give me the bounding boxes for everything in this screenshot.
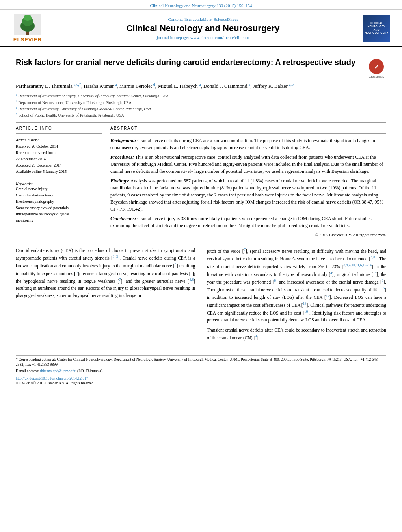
abstract-background: Background: Cranial nerve deficits durin… xyxy=(110,137,386,151)
main-content: Risk factors for cranial nerve deficits … xyxy=(0,47,402,392)
ref-8c: 8 xyxy=(382,278,384,282)
ref-16: 16 xyxy=(381,286,385,290)
abstract-findings: Findings: Analysis was performed on 587 … xyxy=(110,177,386,213)
journal-header-center: Contents lists available at ScienceDirec… xyxy=(47,17,359,40)
ref-7: 7 xyxy=(119,278,121,282)
conclusions-label: Conclusions: xyxy=(110,216,136,221)
authors-line: Parthasarathy D. Thirumala a,c,*, Harsha… xyxy=(16,82,386,89)
email-label: E-mail address: xyxy=(16,369,39,373)
ref-7b: 7 xyxy=(244,248,246,252)
ref-4c: 4 xyxy=(330,271,332,275)
article-info-column: ARTICLE INFO Article history: Received 2… xyxy=(16,126,102,239)
body-left-col: Carotid endarterectomy (CEA) is the proc… xyxy=(16,247,195,345)
top-bar: Clinical Neurology and Neurosurgery 130 … xyxy=(0,0,402,10)
procedures-label: Procedures: xyxy=(110,154,134,160)
homepage-line: journal homepage: www.elsevier.com/locat… xyxy=(47,35,359,40)
contents-available-line: Contents lists available at ScienceDirec… xyxy=(47,17,359,22)
keyword-3: Electroencephalography xyxy=(16,198,102,205)
sciencedirect-link[interactable]: ScienceDirect xyxy=(214,17,238,22)
ref-15: 15 xyxy=(373,271,376,275)
affiliation-c: c Department of Neurology, University of… xyxy=(16,106,386,112)
abstract-column: ABSTRACT Background: Cranial nerve defic… xyxy=(110,126,386,239)
body-right-para-2: Transient cranial nerve deficits after C… xyxy=(207,327,386,341)
article-history: Article history: Received 20 October 201… xyxy=(16,137,102,175)
crossmark-label: CrossMark xyxy=(369,75,384,78)
issn-line: 0303-8467/© 2015 Elsevier B.V. All right… xyxy=(16,381,386,385)
doi-url: http://dx.doi.org/10.1016/j.clineuro.201… xyxy=(16,376,386,380)
revised-label: Received in revised form xyxy=(16,150,102,156)
article-title: Risk factors for cranial nerve deficits … xyxy=(16,57,363,67)
elsevier-logo: ELSEVIER xyxy=(8,14,47,43)
body-left-para: Carotid endarterectomy (CEA) is the proc… xyxy=(16,247,195,299)
contents-text: Contents lists available at xyxy=(168,17,212,22)
divider-info xyxy=(16,133,102,134)
divider-kw xyxy=(16,178,102,178)
keywords-label: Keywords: xyxy=(16,182,102,186)
elsevier-tree-image xyxy=(14,14,41,35)
history-label: Article history: xyxy=(16,137,102,143)
background-label: Background: xyxy=(110,138,136,143)
keyword-2: Carotid endarterectomy xyxy=(16,192,102,198)
journal-logo-box: CLINICAL NEUROLOGY AND NEUROSURGERY xyxy=(363,15,390,42)
homepage-url[interactable]: www.elsevier.com/locate/clineuro xyxy=(190,35,249,40)
divider-abstract xyxy=(110,133,386,134)
tree-svg xyxy=(14,14,41,35)
doi-link[interactable]: http://dx.doi.org/10.1016/j.clineuro.201… xyxy=(16,376,88,380)
ref-4-8: 4,8 xyxy=(189,278,194,282)
keyword-4: Somatosensory evoked potentials xyxy=(16,205,102,211)
ref-multi: 8,9,4,10,11,6,12–14 xyxy=(343,263,372,267)
body-right-col: pitch of the voice [7], spinal accessory… xyxy=(207,247,386,345)
email-link[interactable]: thirumalapd@upmc.edu xyxy=(40,369,76,373)
ref-18b: 18 xyxy=(304,310,308,313)
crossmark-container: ✓ CrossMark xyxy=(367,59,386,78)
keyword-1: Cranial nerve injury xyxy=(16,186,102,192)
accepted-date: Accepted 29 December 2014 xyxy=(16,162,102,169)
divider-footnote xyxy=(16,351,386,351)
keyword-5: Intraoperative neurophysiologicalmonitor… xyxy=(16,211,102,224)
svg-point-4 xyxy=(24,15,32,21)
available-date: Available online 5 January 2015 xyxy=(16,169,102,175)
email-footnote: E-mail address: thirumalapd@upmc.edu (P.… xyxy=(16,369,386,374)
affiliations: a Department of Neurological Surgery, Un… xyxy=(16,93,386,118)
affiliation-a: a Department of Neurological Surgery, Un… xyxy=(16,93,386,99)
divider-1 xyxy=(16,122,386,123)
email-suffix: (P.D. Thirumala). xyxy=(77,369,103,373)
abstract-heading: ABSTRACT xyxy=(110,126,386,130)
conclusions-text: Cranial nerve injury is 38 times more li… xyxy=(110,216,372,228)
journal-logo-right: CLINICAL NEUROLOGY AND NEUROSURGERY xyxy=(359,15,394,42)
copyright-notice: © 2015 Elsevier B.V. All rights reserved… xyxy=(110,232,386,237)
findings-label: Findings: xyxy=(110,178,130,184)
ref-1-3: 1–3 xyxy=(113,254,118,258)
background-text: Cranial nerve deficits during CEA are a … xyxy=(110,138,375,150)
journal-title: Clinical Neurology and Neurosurgery xyxy=(47,23,359,33)
abstract-procedures: Procedures: This is an observational ret… xyxy=(110,154,386,175)
doi-section: http://dx.doi.org/10.1016/j.clineuro.201… xyxy=(16,376,386,385)
article-title-section: Risk factors for cranial nerve deficits … xyxy=(16,53,386,78)
article-info-heading: ARTICLE INFO xyxy=(16,126,102,130)
ref-4d: 4 xyxy=(255,334,257,338)
corresponding-footnote: * Corresponding author at: Center for Cl… xyxy=(16,357,386,368)
tongue-text: tongue xyxy=(84,279,96,284)
findings-text: Analysis was performed on 587 patients, … xyxy=(110,178,383,212)
crossmark-icon: ✓ xyxy=(369,59,384,74)
journal-reference: Clinical Neurology and Neurosurgery 130 … xyxy=(150,3,252,8)
pathways-text: pathways xyxy=(326,303,343,308)
abstract-text: Background: Cranial nerve deficits durin… xyxy=(110,137,386,229)
affiliation-d: d School of Public Health, University of… xyxy=(16,112,386,118)
ref-5: 5 xyxy=(76,270,78,274)
received-1: Received 20 October 2014 xyxy=(16,143,102,150)
keywords-list: Cranial nerve injury Carotid endarterect… xyxy=(16,186,102,224)
body-right-para-1: pitch of the voice [7], spinal accessory… xyxy=(207,247,386,324)
procedures-text: This is an observational retrospective c… xyxy=(110,154,383,174)
ref-18: 18 xyxy=(303,302,307,306)
footnote-section: * Corresponding author at: Center for Cl… xyxy=(16,355,386,374)
abstract-conclusions: Conclusions: Cranial nerve injury is 38 … xyxy=(110,215,386,229)
keywords-section: Keywords: Cranial nerve injury Carotid e… xyxy=(16,182,102,224)
authors-text: Parthasarathy D. Thirumala a,c,*, Harsha… xyxy=(16,83,294,89)
journal-logo-text: CLINICAL NEUROLOGY AND NEUROSURGERY xyxy=(365,22,388,35)
ref-8b: 8 xyxy=(274,278,276,282)
affiliation-b: b Department of Neuroscience, University… xyxy=(16,99,386,106)
ref-4: 4 xyxy=(175,262,177,266)
ref-17: 17 xyxy=(326,294,329,298)
received-2: 22 December 2014 xyxy=(16,156,102,162)
